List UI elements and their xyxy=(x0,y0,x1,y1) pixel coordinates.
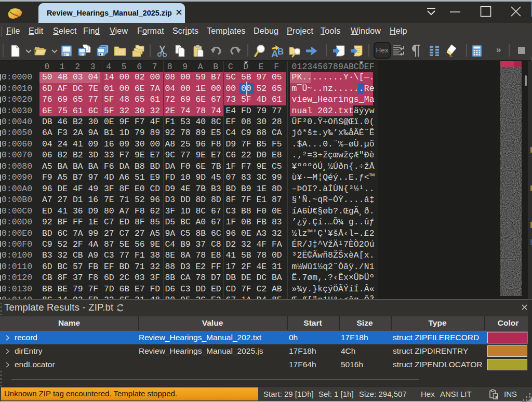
svg-text:B: B xyxy=(277,47,284,57)
